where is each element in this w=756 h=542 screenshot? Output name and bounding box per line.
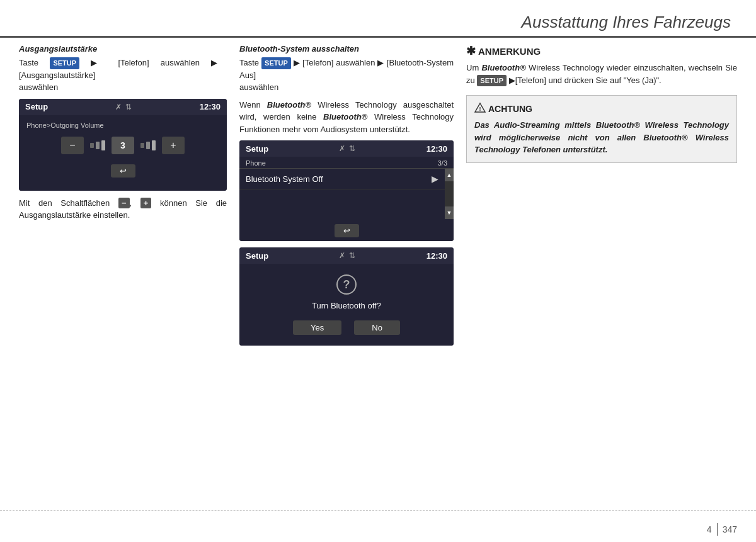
svg-text:!: ! [479, 106, 481, 112]
bt-italic-mid: Bluetooth® [267, 100, 311, 110]
volume-subtitle: Phone>Outgoing Volume [26, 121, 219, 129]
no-button[interactable]: No [354, 320, 400, 335]
bluetooth-icon-1: ✗ [115, 103, 122, 111]
step3-mid: auswählen [239, 82, 278, 92]
screen-time-3: 12:30 [427, 251, 447, 261]
text-left-2: auswählen ▶ [161, 58, 227, 67]
anm-text1: Um [466, 63, 481, 72]
main-content: Ausgangslautstärke Taste SETUP ▶ [Telefo… [19, 44, 737, 504]
screen-header-2: Setup ✗ ⇅ 12:30 [239, 140, 454, 157]
taste-mid: Taste [239, 58, 261, 67]
anmerkung-box: ✱ ANMERKUNG Um Bluetooth® Wireless Techn… [466, 44, 737, 86]
setup-badge-left: SETUP [50, 57, 79, 69]
page-section: 4 [707, 524, 712, 534]
screen-icons-2: ✗ ⇅ [339, 144, 355, 153]
mid-section-heading: Bluetooth-System ausschalten [239, 44, 454, 54]
usb-icon-1: ⇅ [125, 103, 132, 111]
volume-control: − 3 + [26, 137, 219, 154]
scroll-down-2[interactable]: ▼ [445, 206, 454, 219]
back-btn-container-2: ↩ [239, 219, 454, 241]
right-column: ✱ ANMERKUNG Um Bluetooth® Wireless Techn… [466, 44, 737, 504]
screen-body-3: ? Turn Bluetooth off? Yes No [239, 264, 454, 346]
screen-bt-list: Setup ✗ ⇅ 12:30 Phone 3/3 Bluetooth Syst… [239, 140, 454, 241]
left-section-heading: Ausgangslautstärke [19, 44, 227, 54]
screen-time-1: 12:30 [200, 102, 220, 111]
anmerkung-asterisk: ✱ [466, 44, 476, 58]
screen-body-1: Phone>Outgoing Volume − 3 + [19, 115, 227, 191]
achtung-title-text: ACHTUNG [488, 104, 532, 114]
question-icon: ? [336, 274, 357, 295]
volume-number: 3 [112, 137, 134, 154]
achtung-body-text: Das Audio-Streaming mittels Bluetooth® W… [474, 119, 729, 156]
step3-left: auswählen [19, 82, 58, 92]
bt-item-label: Bluetooth System Off [246, 174, 323, 184]
warning-triangle-icon: ! [474, 102, 486, 115]
screen-volume: Setup ✗ ⇅ 12:30 Phone>Outgoing Volume − … [19, 99, 227, 191]
screen-icons-3: ✗ ⇅ [339, 251, 355, 260]
step1-left: [Telefon] [118, 58, 149, 67]
step1-mid: [Telefon] [302, 58, 333, 67]
anmerkung-title: ✱ ANMERKUNG [466, 44, 737, 58]
screen-header-1: Setup ✗ ⇅ 12:30 [19, 99, 227, 115]
anm-text3: ▶[Telefon] und drücken Sie auf "Yes (Ja)… [507, 76, 662, 85]
page-title: Ausstattung Ihres Fahrzeugs [522, 13, 731, 32]
caption-prefix: Mit den Schaltflächen [19, 198, 110, 208]
confirm-text: Turn Bluetooth off? [312, 301, 381, 310]
bt-list-inner: Bluetooth System Off ▶ [239, 169, 454, 189]
arrow-left: ▶ [91, 58, 118, 67]
bt-italic2-mid: Bluetooth® [323, 112, 367, 121]
back-btn-container-1: ↩ [26, 161, 219, 180]
mid-instruction-text: Taste SETUP ▶ [Telefon] auswählen ▶ [Blu… [239, 57, 454, 94]
screen-icons-1: ✗ ⇅ [115, 103, 132, 111]
scrollbar-2: ▲ ▼ [445, 169, 454, 219]
screen-confirm: Setup ✗ ⇅ 12:30 ? Turn Bluetooth off? Ye… [239, 247, 454, 346]
back-button-1[interactable]: ↩ [111, 164, 135, 178]
screen-title-1: Setup [25, 102, 48, 111]
page-footer: 4 347 [0, 511, 756, 542]
scroll-up-2[interactable]: ▲ [445, 169, 454, 181]
volume-plus-button[interactable]: + [162, 137, 185, 154]
usb-icon-2: ⇅ [349, 144, 355, 153]
page-divider [717, 523, 718, 536]
back-button-2[interactable]: ↩ [335, 224, 359, 237]
bluetooth-icon-2: ✗ [339, 144, 345, 153]
usb-icon-3: ⇅ [349, 251, 355, 260]
left-column: Ausgangslautstärke Taste SETUP ▶ [Telefo… [19, 44, 227, 504]
mid-desc-text: Wenn Bluetooth® Wireless Technology ausg… [239, 99, 454, 136]
section-label-text: Phone [246, 159, 266, 167]
anmerkung-title-text: ANMERKUNG [478, 46, 541, 57]
yes-button[interactable]: Yes [293, 320, 341, 335]
desc1-mid: Wenn [239, 100, 267, 110]
volume-caption: Mit den Schaltflächen −, + können Sie di… [19, 197, 227, 222]
left-instruction-text: Taste SETUP ▶ [Telefon] auswählen ▶ [Aus… [19, 57, 227, 94]
achtung-box: ! ACHTUNG Das Audio-Streaming mittels Bl… [466, 95, 737, 163]
mid-column: Bluetooth-System ausschalten Taste SETUP… [239, 44, 454, 504]
screen-title-2: Setup [246, 144, 268, 154]
bt-list-wrapper: Bluetooth System Off ▶ ▲ ▼ [239, 169, 454, 219]
arrow-mid: ▶ [294, 58, 302, 67]
page-number: 4 347 [707, 523, 737, 536]
anmerkung-text: Um Bluetooth® Wireless Technology wieder… [466, 62, 737, 86]
setup-badge-anm: SETUP [477, 75, 507, 87]
bt-section-label: Phone 3/3 [239, 157, 454, 169]
minus-icon-inline: −, + [118, 198, 160, 208]
screen-time-2: 12:30 [427, 144, 447, 154]
setup-badge-mid: SETUP [261, 57, 291, 69]
confirm-buttons: Yes No [293, 320, 400, 335]
screen-body-2: Phone 3/3 Bluetooth System Off ▶ ▲ ▼ [239, 157, 454, 241]
item-arrow: ▶ [432, 174, 438, 184]
bluetooth-icon-3: ✗ [339, 251, 345, 260]
bt-list-item[interactable]: Bluetooth System Off ▶ [239, 169, 445, 189]
page-indicator: 3/3 [438, 159, 447, 167]
achtung-title: ! ACHTUNG [474, 102, 729, 115]
page-header: Ausstattung Ihres Fahrzeugs [0, 0, 756, 38]
taste-label: Taste [19, 58, 50, 67]
page-num: 347 [723, 524, 737, 534]
volume-minus-button[interactable]: − [61, 137, 84, 154]
text-mid-auswählen: auswählen ▶ [336, 58, 387, 67]
screen-title-3: Setup [246, 251, 268, 261]
screen-header-3: Setup ✗ ⇅ 12:30 [239, 247, 454, 264]
step2-left: [Ausgangslautstärke] [19, 71, 95, 80]
anm-bt: Bluetooth® [481, 63, 525, 72]
